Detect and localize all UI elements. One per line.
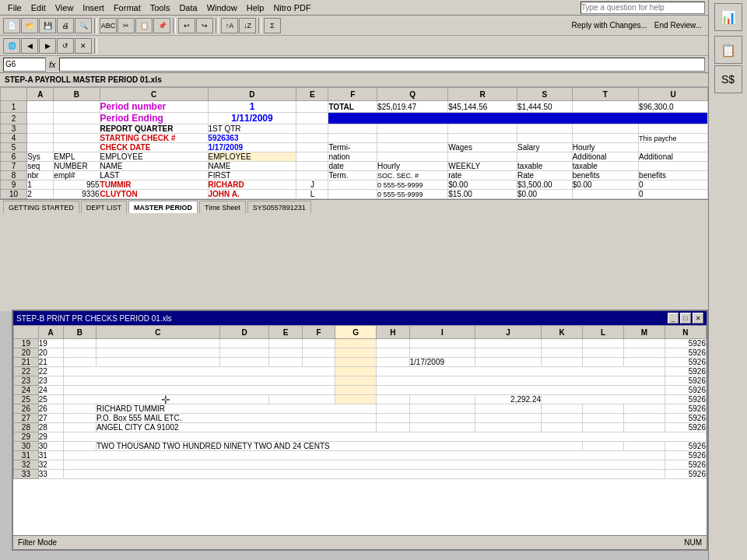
fwd-btn[interactable]: ▶ [39,38,56,54]
cell-t6[interactable]: Additional [572,152,638,162]
menu-view[interactable]: View [51,2,79,14]
cell-a5[interactable] [27,143,54,152]
menu-data[interactable]: Data [174,2,202,14]
minimize-btn[interactable]: _ [668,313,679,324]
cell-e1[interactable] [296,101,328,113]
cell-q6[interactable] [377,152,448,162]
menu-edit[interactable]: Edit [26,2,51,14]
cell-bot-a19[interactable]: 19 [38,339,63,348]
col-header-e[interactable]: E [296,88,328,101]
col-header-a[interactable]: A [27,88,54,101]
bot-col-d[interactable]: D [219,326,269,339]
cell-c7[interactable]: NAME [100,162,208,171]
cell-f9[interactable] [328,180,377,190]
cell-d4[interactable]: 5926363 [208,134,296,143]
col-header-b[interactable]: B [54,88,100,101]
cell-e3[interactable] [296,124,328,134]
cell-s9[interactable]: $3,500.00 [517,180,573,190]
cell-f6[interactable]: nation [328,152,377,162]
cell-q7[interactable]: Hourly [377,162,448,171]
preview-btn[interactable]: 🔍 [75,18,92,33]
cell-u6[interactable]: Additional [639,152,708,162]
cell-f2-span[interactable] [328,113,708,124]
cell-t7[interactable]: taxable [572,162,638,171]
reply-changes-btn[interactable]: Reply with Changes... [569,21,651,30]
redo-btn[interactable]: ↪ [196,18,213,33]
cell-d3[interactable]: 1ST QTR [208,124,296,134]
cell-q3[interactable] [377,124,448,134]
sheet-tab-getting-started[interactable]: GETTING STARTED [3,201,79,213]
menu-format[interactable]: Format [109,2,146,14]
sheet-tab-time-sheet[interactable]: Time Sheet [199,201,246,213]
cell-e10[interactable]: L [296,190,328,199]
cell-d1[interactable]: 1 [208,101,296,113]
cell-b6[interactable]: EMPL [54,152,100,162]
col-header-d[interactable]: D [208,88,296,101]
sheet-tab-sys[interactable]: SYS0557891231 [247,201,311,213]
cell-t5[interactable]: Hourly [572,143,638,152]
refresh-btn[interactable]: ↺ [57,38,74,54]
cell-c8[interactable]: LAST [100,171,208,180]
cell-bot-f19[interactable] [302,339,335,348]
cell-a8[interactable]: nbr [27,171,54,180]
cell-u8[interactable]: benefits [639,171,708,180]
bot-col-j[interactable]: J [475,326,542,339]
cell-u7[interactable] [639,162,708,171]
cell-r1[interactable]: $45,144.56 [448,101,517,113]
sidebar-icon-1[interactable]: 📊 [714,3,742,31]
end-review-btn[interactable]: End Review... [651,21,705,30]
cell-d9[interactable]: RICHARD [208,180,296,190]
cell-t9[interactable]: $0.00 [572,180,638,190]
cell-bot-e19[interactable] [269,339,302,348]
cell-s4[interactable] [517,134,573,143]
menu-file[interactable]: File [3,2,26,14]
stop-btn[interactable]: ✕ [75,38,92,54]
help-search[interactable] [580,2,705,14]
bot-col-b[interactable]: B [63,326,96,339]
col-header-f[interactable]: F [328,88,377,101]
cell-bot-m19[interactable] [623,339,665,348]
paste-btn[interactable]: 📌 [153,18,170,33]
col-header-s[interactable]: S [517,88,573,101]
bot-col-m[interactable]: M [623,326,665,339]
cell-f10[interactable] [328,190,377,199]
cell-b10[interactable]: 9336 [54,190,100,199]
cell-i21[interactable]: 1/17/2009 [409,358,475,367]
cell-s1[interactable]: $1,444.50 [517,101,573,113]
spell-btn[interactable]: ABC [100,18,117,33]
cell-d5[interactable]: 1/17/2009 [208,143,296,152]
sheet-tab-dept-list[interactable]: DEPT LIST [81,201,127,213]
cell-q5[interactable] [377,143,448,152]
cell-c6[interactable]: EMPLOYEE [100,152,208,162]
cell-r8[interactable]: rate [448,171,517,180]
cell-u5[interactable] [639,143,708,152]
cut-btn[interactable]: ✂ [117,18,135,33]
cell-b3[interactable] [54,124,100,134]
cell-r3[interactable] [448,124,517,134]
cell-q10[interactable]: 0 555-55-9999 [377,190,448,199]
bot-col-e[interactable]: E [269,326,302,339]
cell-c27[interactable]: P.O. Box 555 MAIL ETC. [96,414,376,423]
cell-c4[interactable]: STARTING CHECK # [100,134,208,143]
cell-t4[interactable] [572,134,638,143]
cell-t1[interactable] [572,101,638,113]
cell-s5[interactable]: Salary [517,143,573,152]
cell-t10[interactable] [572,190,638,199]
name-box[interactable] [3,58,46,72]
menu-window[interactable]: Window [202,2,242,14]
cell-bot-h19[interactable] [377,339,409,348]
close-btn[interactable]: ✕ [693,313,703,324]
cell-c3[interactable]: REPORT QUARTER [100,124,208,134]
cell-j25[interactable]: 2,292.24 [475,395,542,404]
sort-desc-btn[interactable]: ↓Z [239,18,256,33]
bot-col-g[interactable]: G [335,326,377,339]
sheet-tab-master-period[interactable]: MASTER PERIOD [128,201,198,213]
cell-b4[interactable] [54,134,100,143]
menu-nitropdf[interactable]: Nitro PDF [268,2,315,14]
bot-col-c[interactable]: C [96,326,219,339]
cell-u4[interactable]: This payche [639,134,708,143]
cell-d10[interactable]: JOHN A. [208,190,296,199]
bot-col-h[interactable]: H [377,326,409,339]
cell-a10[interactable]: 2 [27,190,54,199]
cell-u9[interactable]: 0 [639,180,708,190]
